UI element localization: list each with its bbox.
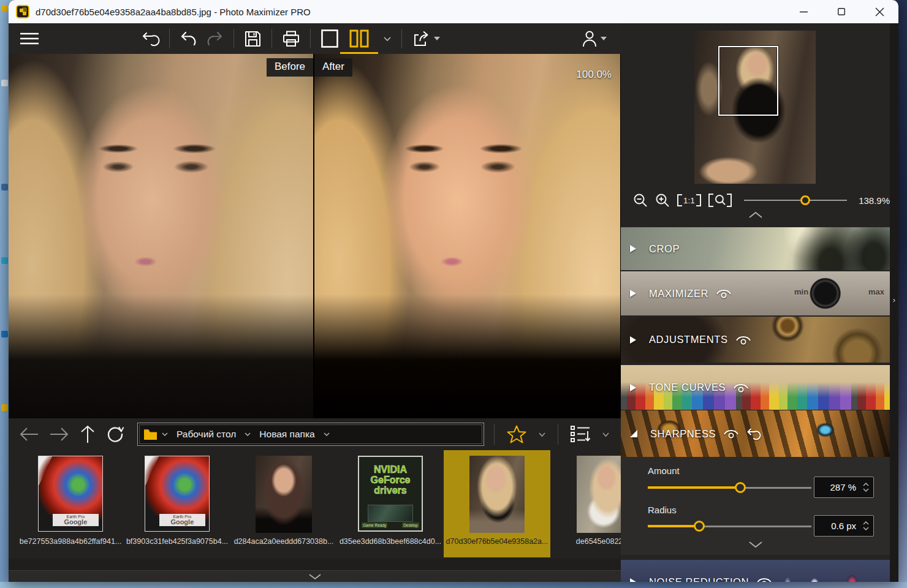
visibility-toggle-icon[interactable]	[716, 288, 732, 298]
visibility-toggle-icon[interactable]	[735, 335, 751, 345]
filmstrip: Earth ProGoogle be727553a988a4b62ffaf941…	[9, 450, 621, 559]
panel-label: MAXIMIZER	[649, 288, 708, 300]
toolbar	[9, 23, 621, 54]
image-viewer: Before After 100.0%	[9, 54, 621, 418]
amount-slider[interactable]	[648, 482, 811, 493]
radius-value-box[interactable]: 0.6 px	[814, 515, 874, 537]
revert-button[interactable]	[136, 27, 164, 50]
panel-header-crop[interactable]: CROP	[621, 227, 890, 270]
radius-value: 0.6 px	[814, 521, 861, 531]
file-thumbnail[interactable]: de6545e08229b	[550, 450, 621, 557]
sharpness-panel-body: Amount 287 % Radius 0.6 px	[621, 457, 890, 555]
after-image	[314, 54, 620, 418]
file-thumbnail[interactable]: Earth ProGoogle be727553a988a4b62ffaf941…	[17, 450, 124, 557]
view-options-button[interactable]	[564, 426, 596, 443]
split-view-button[interactable]	[344, 27, 374, 50]
file-name: bf3903c31feb425f3a9075b4...	[126, 537, 228, 546]
desktop-background-bottom	[0, 582, 907, 588]
path-root-chevron[interactable]	[245, 432, 251, 436]
panel-header-sharpness[interactable]: SHARPNESS	[621, 410, 890, 457]
chevron-down-icon	[309, 574, 321, 579]
actual-size-button[interactable]: 1:1	[674, 194, 705, 206]
radius-slider-knob[interactable]	[694, 521, 705, 532]
collapse-arrow-icon	[630, 430, 637, 437]
path-folder-chevron[interactable]	[324, 432, 330, 436]
file-thumbnail[interactable]: d284aca2a0eeddd673038b...	[230, 450, 337, 557]
split-view-chevron[interactable]	[378, 27, 397, 50]
favorites-button[interactable]	[501, 425, 533, 443]
panel-label: CROP	[649, 243, 680, 255]
filmstrip-collapse-button[interactable]	[9, 570, 621, 582]
up-button[interactable]	[75, 426, 101, 443]
account-button[interactable]	[577, 27, 612, 50]
file-thumb-image: Earth ProGoogle	[38, 456, 103, 532]
zoom-in-button[interactable]	[651, 193, 674, 208]
desktop-icon	[1, 184, 8, 190]
file-browser-navbar: Рабочий стол Новая папка	[9, 418, 621, 450]
panel-header-adjustments[interactable]: ADJUSTMENTS	[621, 317, 890, 363]
after-pane[interactable]: After 100.0%	[314, 54, 620, 418]
breadcrumb[interactable]: Рабочий стол Новая папка	[137, 423, 484, 446]
folder-icon	[144, 429, 157, 440]
flyout-expand-arrow[interactable]: ›	[893, 295, 895, 304]
panel-flyout-strip: ›	[890, 23, 898, 582]
minimize-button[interactable]	[784, 0, 822, 23]
undo-button[interactable]	[175, 27, 202, 50]
refresh-button[interactable]	[101, 426, 130, 443]
panel-header-tone-curves[interactable]: TONE CURVES	[621, 365, 890, 410]
sharpness-collapse-button[interactable]	[621, 541, 890, 548]
desktop-icon	[1, 80, 8, 86]
radius-label: Radius	[648, 505, 677, 515]
sharpness-reset-icon[interactable]	[746, 428, 760, 440]
navigator-thumbnail[interactable]	[694, 31, 816, 184]
file-thumbnail[interactable]: NVIDIA GeForce drivers Game Ready Deskto…	[337, 450, 444, 557]
visibility-toggle-icon[interactable]	[756, 577, 772, 582]
navigator-zoom-slider[interactable]	[744, 195, 847, 206]
visibility-toggle-icon[interactable]	[733, 383, 749, 393]
main-area: Before After 100.0%	[9, 23, 621, 582]
favorites-chevron[interactable]	[533, 432, 552, 437]
radius-slider[interactable]	[648, 521, 811, 532]
menu-button[interactable]	[15, 27, 44, 50]
panel-label: SHARPNESS	[650, 428, 716, 440]
print-button[interactable]	[277, 27, 305, 50]
expand-arrow-icon	[630, 578, 636, 582]
file-thumb-image	[256, 456, 312, 533]
expand-arrow-icon	[630, 336, 636, 344]
panel-header-maximizer[interactable]: MAXIMIZER min max	[621, 271, 890, 315]
visibility-toggle-icon[interactable]	[723, 429, 739, 439]
redo-button[interactable]	[202, 27, 229, 50]
file-thumbnail[interactable]: Earth ProGoogle bf3903c31feb425f3a9075b4…	[124, 450, 230, 557]
spinner-up-icon[interactable]	[863, 483, 869, 486]
path-folder[interactable]: Новая папка	[259, 429, 314, 440]
back-button[interactable]	[13, 428, 44, 441]
spinner-down-icon[interactable]	[863, 527, 869, 530]
panel-label: ADJUSTMENTS	[649, 334, 728, 345]
panel-header-noise-reduction[interactable]: NOISE REDUCTION	[621, 560, 890, 582]
view-options-chevron[interactable]	[596, 432, 615, 437]
file-name: d35ee3dd68b3beef688c4d0...	[340, 537, 441, 546]
drive-chevron[interactable]	[162, 432, 168, 436]
amount-value-box[interactable]: 287 %	[814, 477, 874, 498]
spinner-down-icon[interactable]	[863, 488, 869, 492]
amount-slider-knob[interactable]	[735, 482, 746, 493]
single-view-button[interactable]	[316, 27, 344, 50]
save-button[interactable]	[239, 27, 267, 50]
close-button[interactable]	[860, 0, 898, 23]
navigator-zoom-controls: 1:1 138.9%	[621, 190, 890, 211]
file-thumbnail-selected[interactable]: d70d30ef76b5e04e9358a2a...	[444, 450, 550, 557]
zoom-out-button[interactable]	[629, 193, 651, 208]
spinner-up-icon[interactable]	[863, 521, 869, 525]
share-button[interactable]	[407, 27, 446, 50]
desktop-icon	[1, 404, 8, 411]
forward-button[interactable]	[44, 428, 75, 441]
before-pane[interactable]: Before	[9, 54, 313, 418]
fit-screen-button[interactable]	[705, 194, 735, 207]
app-icon	[16, 5, 29, 18]
navigator-zoom-knob[interactable]	[800, 195, 810, 205]
file-name: be727553a988a4b62ffaf941...	[20, 537, 122, 546]
navigator-collapse-button[interactable]	[621, 212, 890, 218]
path-root[interactable]: Рабочий стол	[176, 429, 236, 440]
navigator-viewport[interactable]	[718, 46, 778, 116]
maximize-button[interactable]	[822, 0, 860, 23]
